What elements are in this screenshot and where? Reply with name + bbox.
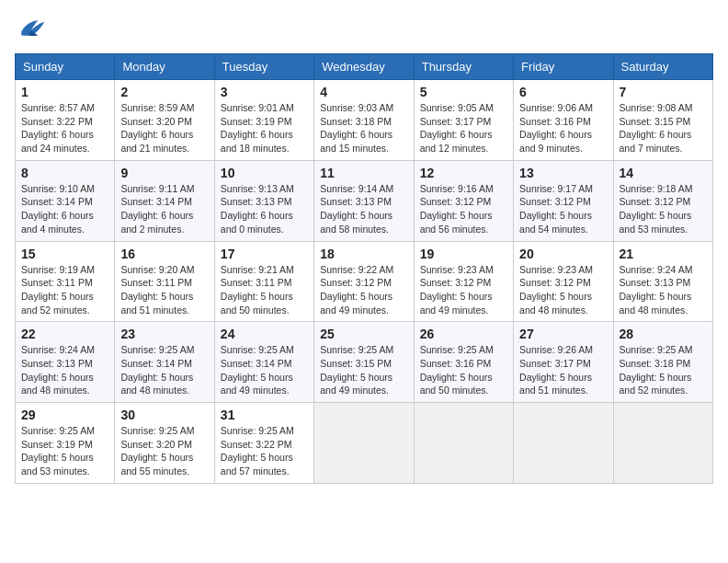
day-number: 27: [519, 327, 607, 341]
day-number: 5: [420, 85, 507, 99]
day-info: Sunrise: 9:17 AMSunset: 3:12 PMDaylight:…: [519, 182, 607, 236]
day-info: Sunrise: 9:22 AMSunset: 3:12 PMDaylight:…: [320, 263, 407, 317]
day-info: Sunrise: 9:01 AMSunset: 3:19 PMDaylight:…: [221, 101, 308, 155]
calendar-cell: 29 Sunrise: 9:25 AMSunset: 3:19 PMDaylig…: [16, 403, 115, 484]
day-number: 10: [221, 166, 308, 180]
calendar-cell: 5 Sunrise: 9:05 AMSunset: 3:17 PMDayligh…: [414, 80, 513, 161]
calendar-table: SundayMondayTuesdayWednesdayThursdayFrid…: [15, 53, 713, 484]
calendar-cell: 9 Sunrise: 9:11 AMSunset: 3:14 PMDayligh…: [115, 160, 214, 241]
day-number: 14: [620, 166, 707, 180]
day-info: Sunrise: 9:13 AMSunset: 3:13 PMDaylight:…: [221, 182, 308, 236]
day-number: 30: [120, 408, 208, 422]
calendar-cell: 24 Sunrise: 9:25 AMSunset: 3:14 PMDaylig…: [214, 322, 313, 403]
day-info: Sunrise: 9:25 AMSunset: 3:14 PMDaylight:…: [120, 343, 208, 397]
day-info: Sunrise: 9:08 AMSunset: 3:15 PMDaylight:…: [620, 101, 707, 155]
day-number: 23: [120, 327, 208, 341]
day-number: 3: [221, 85, 308, 99]
day-number: 11: [320, 166, 407, 180]
day-number: 12: [420, 166, 507, 180]
day-number: 19: [420, 247, 507, 261]
day-number: 7: [620, 85, 707, 99]
logo: [15, 15, 51, 42]
calendar-cell: 18 Sunrise: 9:22 AMSunset: 3:12 PMDaylig…: [314, 241, 414, 322]
calendar-cell: 4 Sunrise: 9:03 AMSunset: 3:18 PMDayligh…: [314, 80, 414, 161]
day-info: Sunrise: 9:25 AMSunset: 3:14 PMDaylight:…: [221, 343, 308, 397]
day-info: Sunrise: 8:57 AMSunset: 3:22 PMDaylight:…: [21, 101, 108, 155]
calendar-cell: 10 Sunrise: 9:13 AMSunset: 3:13 PMDaylig…: [214, 160, 313, 241]
calendar-cell: 31 Sunrise: 9:25 AMSunset: 3:22 PMDaylig…: [214, 403, 313, 484]
day-number: 26: [420, 327, 507, 341]
weekday-header-thursday: Thursday: [414, 54, 513, 80]
calendar-week-row: 15 Sunrise: 9:19 AMSunset: 3:11 PMDaylig…: [16, 241, 713, 322]
calendar-cell: 1 Sunrise: 8:57 AMSunset: 3:22 PMDayligh…: [16, 80, 115, 161]
day-number: 22: [21, 327, 108, 341]
day-info: Sunrise: 9:11 AMSunset: 3:14 PMDaylight:…: [120, 182, 208, 236]
calendar-cell: 3 Sunrise: 9:01 AMSunset: 3:19 PMDayligh…: [214, 80, 313, 161]
calendar-cell: 15 Sunrise: 9:19 AMSunset: 3:11 PMDaylig…: [16, 241, 115, 322]
day-info: Sunrise: 8:59 AMSunset: 3:20 PMDaylight:…: [120, 101, 208, 155]
day-info: Sunrise: 9:25 AMSunset: 3:22 PMDaylight:…: [221, 424, 308, 478]
day-info: Sunrise: 9:23 AMSunset: 3:12 PMDaylight:…: [420, 263, 507, 317]
weekday-header-monday: Monday: [115, 54, 214, 80]
day-info: Sunrise: 9:25 AMSunset: 3:15 PMDaylight:…: [320, 343, 407, 397]
weekday-header-wednesday: Wednesday: [314, 54, 414, 80]
calendar-cell: 20 Sunrise: 9:23 AMSunset: 3:12 PMDaylig…: [514, 241, 613, 322]
calendar-cell: 12 Sunrise: 9:16 AMSunset: 3:12 PMDaylig…: [414, 160, 513, 241]
calendar-cell: 28 Sunrise: 9:25 AMSunset: 3:18 PMDaylig…: [613, 322, 712, 403]
calendar-cell: 22 Sunrise: 9:24 AMSunset: 3:13 PMDaylig…: [16, 322, 115, 403]
weekday-header-sunday: Sunday: [16, 54, 115, 80]
day-info: Sunrise: 9:23 AMSunset: 3:12 PMDaylight:…: [519, 263, 607, 317]
calendar-week-row: 29 Sunrise: 9:25 AMSunset: 3:19 PMDaylig…: [16, 403, 713, 484]
day-number: 25: [320, 327, 407, 341]
day-number: 13: [519, 166, 607, 180]
calendar-cell: 27 Sunrise: 9:26 AMSunset: 3:17 PMDaylig…: [514, 322, 613, 403]
day-info: Sunrise: 9:20 AMSunset: 3:11 PMDaylight:…: [120, 263, 208, 317]
day-number: 4: [320, 85, 407, 99]
day-info: Sunrise: 9:10 AMSunset: 3:14 PMDaylight:…: [21, 182, 108, 236]
calendar-cell: 2 Sunrise: 8:59 AMSunset: 3:20 PMDayligh…: [115, 80, 214, 161]
calendar-cell: 21 Sunrise: 9:24 AMSunset: 3:13 PMDaylig…: [613, 241, 712, 322]
day-number: 6: [519, 85, 607, 99]
day-info: Sunrise: 9:21 AMSunset: 3:11 PMDaylight:…: [221, 263, 308, 317]
day-info: Sunrise: 9:18 AMSunset: 3:12 PMDaylight:…: [620, 182, 707, 236]
day-number: 15: [21, 247, 108, 261]
calendar-cell: 19 Sunrise: 9:23 AMSunset: 3:12 PMDaylig…: [414, 241, 513, 322]
day-info: Sunrise: 9:19 AMSunset: 3:11 PMDaylight:…: [21, 263, 108, 317]
day-number: 2: [120, 85, 208, 99]
calendar-cell: 25 Sunrise: 9:25 AMSunset: 3:15 PMDaylig…: [314, 322, 414, 403]
calendar-cell: 30 Sunrise: 9:25 AMSunset: 3:20 PMDaylig…: [115, 403, 214, 484]
day-info: Sunrise: 9:25 AMSunset: 3:20 PMDaylight:…: [120, 424, 208, 478]
day-info: Sunrise: 9:25 AMSunset: 3:18 PMDaylight:…: [620, 343, 707, 397]
calendar-week-row: 1 Sunrise: 8:57 AMSunset: 3:22 PMDayligh…: [16, 80, 713, 161]
calendar-cell: 14 Sunrise: 9:18 AMSunset: 3:12 PMDaylig…: [613, 160, 712, 241]
day-number: 20: [519, 247, 607, 261]
day-info: Sunrise: 9:24 AMSunset: 3:13 PMDaylight:…: [21, 343, 108, 397]
day-number: 28: [620, 327, 707, 341]
logo-icon: [15, 15, 48, 42]
calendar-cell: [314, 403, 414, 484]
calendar-cell: [414, 403, 513, 484]
day-number: 9: [120, 166, 208, 180]
calendar-cell: 13 Sunrise: 9:17 AMSunset: 3:12 PMDaylig…: [514, 160, 613, 241]
day-info: Sunrise: 9:25 AMSunset: 3:16 PMDaylight:…: [420, 343, 507, 397]
day-number: 21: [620, 247, 707, 261]
calendar-cell: 11 Sunrise: 9:14 AMSunset: 3:13 PMDaylig…: [314, 160, 414, 241]
day-info: Sunrise: 9:06 AMSunset: 3:16 PMDaylight:…: [519, 101, 607, 155]
day-number: 29: [21, 408, 108, 422]
weekday-header-friday: Friday: [514, 54, 613, 80]
calendar-cell: 16 Sunrise: 9:20 AMSunset: 3:11 PMDaylig…: [115, 241, 214, 322]
calendar-cell: 17 Sunrise: 9:21 AMSunset: 3:11 PMDaylig…: [214, 241, 313, 322]
day-number: 31: [221, 408, 308, 422]
day-number: 18: [320, 247, 407, 261]
day-info: Sunrise: 9:14 AMSunset: 3:13 PMDaylight:…: [320, 182, 407, 236]
calendar-cell: [514, 403, 613, 484]
day-number: 17: [221, 247, 308, 261]
day-info: Sunrise: 9:24 AMSunset: 3:13 PMDaylight:…: [620, 263, 707, 317]
calendar-cell: 8 Sunrise: 9:10 AMSunset: 3:14 PMDayligh…: [16, 160, 115, 241]
day-number: 1: [21, 85, 108, 99]
day-info: Sunrise: 9:25 AMSunset: 3:19 PMDaylight:…: [21, 424, 108, 478]
day-number: 8: [21, 166, 108, 180]
calendar-week-row: 8 Sunrise: 9:10 AMSunset: 3:14 PMDayligh…: [16, 160, 713, 241]
day-info: Sunrise: 9:26 AMSunset: 3:17 PMDaylight:…: [519, 343, 607, 397]
calendar-cell: 26 Sunrise: 9:25 AMSunset: 3:16 PMDaylig…: [414, 322, 513, 403]
